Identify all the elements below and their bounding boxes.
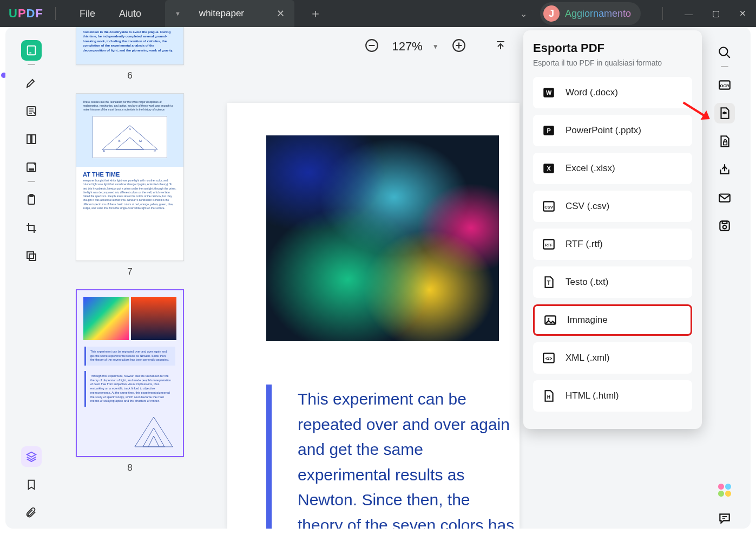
comment-button[interactable]	[714, 508, 735, 529]
new-tab-button[interactable]: ＋	[310, 5, 321, 22]
xml-icon: </>	[542, 351, 556, 365]
prism-image	[266, 135, 499, 341]
export-powerpoint[interactable]: P PowerPoint (.pptx)	[533, 115, 692, 146]
text-icon: T	[542, 275, 556, 289]
share-button[interactable]	[714, 159, 735, 180]
search-button[interactable]	[714, 42, 735, 63]
export-panel: Esporta PDF Esporta il tuo PDF in qualsi…	[523, 30, 702, 429]
page-number: 7	[60, 266, 200, 277]
tab-title: whitepaper	[199, 8, 244, 19]
flower-icon	[718, 484, 731, 497]
tab-close-icon[interactable]: ✕	[277, 8, 285, 19]
svg-text:P: P	[547, 127, 550, 134]
window-minimize-icon[interactable]: —	[685, 9, 693, 18]
zoom-value[interactable]: 127%	[392, 40, 422, 54]
separator	[55, 7, 56, 20]
edit-text-tool[interactable]	[21, 101, 42, 121]
menu-file[interactable]: File	[80, 8, 95, 19]
rtf-icon: RTF	[542, 237, 556, 251]
thumb-text: hometown in the countryside to avoid the…	[83, 30, 177, 53]
divider	[28, 181, 35, 182]
email-button[interactable]	[714, 187, 735, 208]
export-csv[interactable]: CSV CSV (.csv)	[533, 191, 692, 222]
svg-text:A: A	[129, 127, 131, 131]
svg-text:F: F	[103, 149, 106, 153]
app-body: hometown in the countryside to avoid the…	[5, 27, 751, 529]
right-toolbar: OCR	[705, 27, 744, 529]
layers-button[interactable]	[21, 446, 42, 467]
tab-dropdown-icon[interactable]: ▼	[175, 10, 181, 17]
page-number: 8	[60, 463, 200, 473]
thumb-text: Through this experiment, Newton laid the…	[90, 374, 171, 403]
thumbnail-page-8[interactable]: This experiment can be repeated over and…	[76, 289, 184, 457]
separator	[662, 7, 663, 20]
divider	[28, 64, 35, 65]
svg-text:M: M	[139, 139, 142, 142]
crop-tool[interactable]	[21, 218, 42, 238]
highlighter-tool[interactable]	[21, 73, 42, 93]
zoom-dropdown-icon[interactable]: ▼	[432, 43, 439, 50]
export-label: Testo (.txt)	[566, 277, 608, 288]
svg-rect-37	[719, 194, 730, 202]
export-excel[interactable]: X Excel (.xlsx)	[533, 153, 692, 184]
export-html[interactable]: H HTML (.html)	[533, 380, 692, 412]
export-rtf[interactable]: RTF RTF (.rtf)	[533, 229, 692, 260]
ai-button[interactable]	[714, 480, 735, 500]
svg-text:RTF: RTF	[545, 243, 553, 248]
excel-icon: X	[542, 161, 556, 175]
window-close-icon[interactable]: ✕	[739, 9, 746, 18]
batch-tool[interactable]	[21, 246, 42, 266]
thumb-text: everyone thought that white light was pu…	[76, 178, 183, 211]
zoom-in-icon[interactable]	[449, 35, 469, 58]
svg-rect-40	[722, 221, 727, 223]
menu-help[interactable]: Aiuto	[119, 8, 141, 19]
svg-text:C: C	[154, 149, 156, 153]
thumbnail-page-6[interactable]: hometown in the countryside to avoid the…	[76, 27, 184, 65]
svg-point-29	[548, 318, 549, 320]
svg-text:OCR: OCR	[720, 83, 729, 88]
svg-text:CSV: CSV	[544, 205, 553, 210]
ocr-button[interactable]: OCR	[714, 75, 735, 95]
export-text[interactable]: T Testo (.txt)	[533, 266, 692, 298]
attachment-button[interactable]	[21, 503, 42, 523]
zoom-out-icon[interactable]	[361, 35, 382, 58]
save-button[interactable]	[714, 216, 735, 236]
svg-rect-36	[724, 142, 727, 145]
export-label: Excel (.xlsx)	[566, 163, 615, 174]
window-maximize-icon[interactable]: ▢	[712, 9, 720, 18]
csv-icon: CSV	[542, 199, 556, 213]
svg-point-33	[719, 47, 727, 55]
word-icon: W	[542, 86, 556, 100]
image-icon	[543, 313, 557, 327]
thumbnail-panel: hometown in the countryside to avoid the…	[60, 27, 200, 529]
thumbnail-page-7[interactable]: These studies laid the foundation for th…	[76, 93, 184, 261]
bookmark-button[interactable]	[21, 474, 42, 495]
page-number: 6	[60, 70, 200, 81]
svg-text:</>: </>	[545, 356, 553, 361]
export-label: XML (.xml)	[566, 353, 610, 363]
document-tab[interactable]: ▼ whitepaper ✕	[165, 0, 294, 27]
powerpoint-icon: P	[542, 123, 556, 138]
divider	[721, 66, 728, 67]
svg-rect-9	[29, 254, 36, 261]
tabs-overflow-icon[interactable]: ⌄	[520, 9, 527, 19]
clipboard-tool[interactable]	[21, 190, 42, 210]
quote-text: This experiment can be repeated over and…	[298, 387, 520, 529]
redact-tool[interactable]	[21, 157, 42, 178]
svg-rect-3	[32, 135, 36, 144]
thumb-image	[83, 297, 176, 340]
export-image[interactable]: Immagine	[533, 304, 692, 336]
protect-button[interactable]	[714, 131, 735, 152]
scroll-top-icon[interactable]	[491, 36, 510, 58]
update-badge[interactable]: J Aggiornamento	[540, 2, 641, 25]
export-word[interactable]: W Word (.docx)	[533, 77, 692, 108]
html-icon: H	[542, 389, 556, 403]
organize-tool[interactable]	[21, 129, 42, 149]
export-label: PowerPoint (.pptx)	[566, 125, 641, 136]
export-xml[interactable]: </> XML (.xml)	[533, 342, 692, 374]
update-label: Aggiornamento	[565, 8, 631, 19]
export-label: HTML (.html)	[566, 390, 619, 401]
reader-tool[interactable]	[21, 40, 42, 61]
svg-rect-0	[28, 46, 36, 55]
export-button[interactable]	[714, 103, 735, 123]
